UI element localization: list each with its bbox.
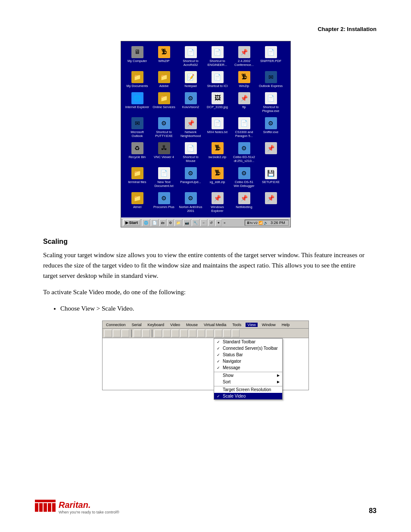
desktop-icon-32[interactable]: ⚙ParagonUpd... — [178, 166, 204, 189]
menu-mouse[interactable]: Mouse — [184, 323, 199, 327]
desktop-icon-8[interactable]: 📝Notepad — [178, 70, 204, 89]
desktop-icon-24[interactable]: ♻Recycle Bin — [125, 141, 150, 164]
desktop-icon-39[interactable]: 📌Windows Explorer — [205, 191, 230, 214]
menu-virtual-media[interactable]: Virtual Media — [202, 323, 228, 327]
desktop-icon-31[interactable]: 📄New Text Document.txt — [151, 166, 177, 189]
taskbar-item-6[interactable]: 📷 — [183, 219, 191, 226]
taskbar-item[interactable]: 🌐 — [142, 219, 150, 226]
desktop-icon-27[interactable]: 🗜sw1kde2.zip — [205, 141, 230, 164]
tb-italic[interactable] — [163, 330, 171, 337]
desktop-icon-1[interactable]: 🗜WINZIP — [151, 45, 177, 68]
desktop-icon-10[interactable]: 🗜WinZip — [231, 70, 257, 89]
taskbar-clock: 3:26 PM — [269, 221, 287, 225]
taskbar-item-10[interactable]: ✦ — [215, 219, 222, 226]
tb-extra[interactable] — [232, 330, 240, 337]
desktop-icon-13[interactable]: 📁Online Services — [151, 91, 177, 114]
desktop-icon-11[interactable]: ✉Outlook Express — [258, 70, 284, 89]
desktop-icon-label-17: Shortcut to Plogisw.exe — [259, 105, 283, 113]
desktop-icon-0[interactable]: 🖥My Computer — [125, 45, 150, 68]
start-button[interactable]: ▶ Start — [123, 219, 141, 226]
desktop-icon-img-31: 📄 — [158, 167, 170, 179]
tb-print[interactable] — [223, 330, 231, 337]
section-title: Scaling — [43, 238, 368, 246]
menu-connection[interactable]: Connection — [104, 323, 128, 327]
desktop-icon-label-24: Recycle Bin — [129, 155, 146, 159]
menu-help[interactable]: Help — [280, 323, 292, 327]
desktop-icon-12[interactable]: 🌐Internet Explorer — [125, 91, 150, 114]
dropdown-target-screen[interactable]: Target Screen Resolution — [214, 386, 282, 393]
taskbar-item-7[interactable]: 🔧 — [192, 219, 199, 226]
raritan-logo-svg — [35, 500, 56, 514]
desktop-icon-23[interactable]: ⚙Sniffer.exe — [258, 116, 284, 139]
bullet-item-1: Choose View > Scale Video. — [60, 303, 368, 314]
menu-window[interactable]: Window — [260, 323, 277, 327]
desktop-icon-label-32: ParagonUpd... — [180, 180, 201, 184]
taskbar-item-8[interactable]: ← — [200, 219, 207, 226]
tb-copy[interactable] — [134, 330, 141, 337]
desktop-icon-21[interactable]: 📄MX4 Notes.txt — [205, 116, 230, 139]
desktop-icon-18[interactable]: ✉Microsoft Outlook — [125, 116, 150, 139]
desktop-icon-label-23: Sniffer.exe — [263, 130, 278, 134]
tb-bold[interactable] — [154, 330, 162, 337]
desktop-icon-26[interactable]: 📄Shortcut to Mouse — [178, 141, 204, 164]
desktop-icon-9[interactable]: 📄Shortcut to ICl — [205, 70, 230, 89]
desktop-icon-20[interactable]: 📌Network Neighborhood — [178, 116, 204, 139]
dropdown-status-bar[interactable]: Status Bar — [214, 352, 282, 358]
menu-tools[interactable]: Tools — [230, 323, 243, 327]
tb-open[interactable] — [113, 330, 121, 337]
dropdown-standard-toolbar[interactable]: Standard Toolbar — [214, 339, 282, 345]
taskbar-item-4[interactable]: ⚙ — [167, 219, 174, 226]
desktop-icon-15[interactable]: 🖼DCP_3193.jpg — [205, 91, 230, 114]
desktop-icon-38[interactable]: ⚙Norton AntiVirus 2001 — [178, 191, 204, 214]
dropdown-sort[interactable]: Sort ▶ — [214, 379, 282, 385]
tb-color[interactable] — [197, 330, 205, 337]
desktop-icon-28[interactable]: ⚙Ceibo ED-51x2 dl:251_v210... — [231, 141, 257, 164]
tb-zoom[interactable] — [206, 330, 214, 337]
desktop-icon-22[interactable]: 📄CS3300 and Paragon 5... — [231, 116, 257, 139]
menu-view[interactable]: View — [246, 323, 257, 327]
desktop-icon-17[interactable]: 📄Shortcut to Plogisw.exe — [258, 91, 284, 114]
taskbar-item-2[interactable]: 📄 — [151, 219, 159, 226]
menu-keyboard[interactable]: Keyboard — [146, 323, 166, 327]
desktop-icon-33[interactable]: 🗜xg_edit.zip — [205, 166, 230, 189]
desktop-icon-2[interactable]: 📄Shortcut to AcroRd32 — [178, 45, 204, 68]
tb-find[interactable] — [215, 330, 222, 337]
taskbar-item-9[interactable]: ↺ — [208, 219, 215, 226]
desktop-icon-5[interactable]: 📄SNIFFER.PDF — [258, 45, 284, 68]
desktop-icon-37[interactable]: ⚙Procomm Plus — [151, 191, 177, 214]
desktop-icon-label-1: WINZIP — [158, 59, 169, 63]
tb-new[interactable] — [104, 330, 112, 337]
taskbar-item-5[interactable]: 📁 — [174, 219, 182, 226]
desktop-icon-3[interactable]: 📄Shortcut to ENGINEER... — [205, 45, 230, 68]
desktop-icon-14[interactable]: ⚙KoiuVision2 — [178, 91, 204, 114]
desktop-icon-16[interactable]: 📌ftp — [231, 91, 257, 114]
desktop-icon-40[interactable]: 📌NetMeeting — [231, 191, 257, 214]
desktop-icon-34[interactable]: ⚙Ceibo DS-51 Win Debugger — [231, 166, 257, 189]
menu-video[interactable]: Video — [168, 323, 182, 327]
tb-underline[interactable] — [171, 330, 179, 337]
menu-serial[interactable]: Serial — [130, 323, 143, 327]
dropdown-scale-video[interactable]: Scale Video — [214, 393, 282, 399]
desktop-icon-7[interactable]: 📁Adobe — [151, 70, 177, 89]
tb-paste[interactable] — [142, 330, 150, 337]
dropdown-connected-servers-toolbar[interactable]: Connected Server(s) Toolbar — [214, 345, 282, 352]
tb-list[interactable] — [189, 330, 196, 337]
view-dropdown: Standard Toolbar Connected Server(s) Too… — [214, 338, 283, 400]
taskbar-item-3[interactable]: 🗁 — [159, 219, 166, 226]
desktop-icon-img-7: 📁 — [158, 71, 170, 83]
desktop-icon-19[interactable]: ⚙Shortcut to PUTTY.EXE — [151, 116, 177, 139]
desktop-icon-6[interactable]: 📁My Documents — [125, 70, 150, 89]
desktop-icon-30[interactable]: 📁terminal files — [125, 166, 150, 189]
desktop-icon-4[interactable]: 📌2.4.2002 Conference... — [231, 45, 257, 68]
tb-save[interactable] — [121, 330, 129, 337]
dropdown-message[interactable]: Message — [214, 364, 282, 371]
desktop-icon-label-10: WinZip — [239, 84, 249, 88]
desktop-icon-29[interactable]: 📌 — [258, 141, 284, 164]
tb-align[interactable] — [180, 330, 188, 337]
desktop-icon-35[interactable]: 💾SETUP.EXE — [258, 166, 284, 189]
desktop-icon-41[interactable]: 📌 — [258, 191, 284, 214]
desktop-icon-25[interactable]: 🖧VNC Viewer 4 — [151, 141, 177, 164]
dropdown-show[interactable]: Show ▶ — [214, 372, 282, 379]
desktop-icon-36[interactable]: 📁Atmel — [125, 191, 150, 214]
dropdown-navigator[interactable]: Navigator — [214, 358, 282, 364]
